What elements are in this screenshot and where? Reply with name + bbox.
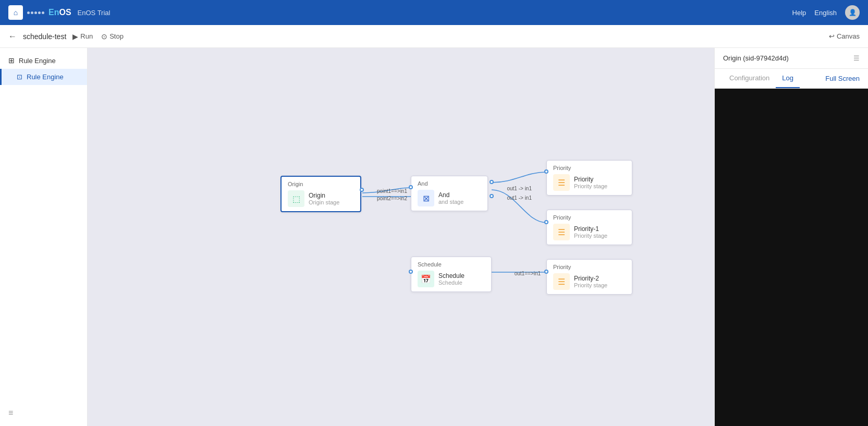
node-priority-1[interactable]: Priority ☰ Priority Priority stage bbox=[546, 160, 632, 196]
sidebar-item-label: Rule Engine bbox=[27, 73, 64, 81]
node-priority-3[interactable]: Priority ☰ Priority-2 Priority stage bbox=[546, 259, 632, 295]
node-priority1-title: Priority bbox=[553, 165, 626, 171]
node-priority3-info: Priority-2 Priority stage bbox=[574, 275, 607, 288]
node-priority2-icon: ☰ bbox=[553, 224, 570, 240]
stop-label: Stop bbox=[109, 32, 124, 40]
port-origin-out1: point1==>in1 bbox=[377, 188, 407, 194]
top-navigation: ⌂ EnOS EnOS Trial Help English 👤 bbox=[0, 0, 868, 25]
sidebar: ⊞ Rule Engine ⊡ Rule Engine ≡ bbox=[0, 48, 88, 426]
node-priority1-content: ☰ Priority Priority stage bbox=[553, 174, 626, 191]
node-schedule-content: 📅 Schedule Schedule bbox=[418, 271, 485, 287]
canvas-icon: ↩ bbox=[829, 32, 835, 40]
canvas-button[interactable]: ↩ Canvas bbox=[829, 32, 860, 40]
right-panel-title: Origin (sid-97942d4d) bbox=[723, 54, 789, 62]
logo-text: EnOS bbox=[48, 8, 71, 17]
avatar[interactable]: 👤 bbox=[845, 5, 860, 20]
header-left: ← schedule-test ▶ Run ⊙ Stop bbox=[8, 32, 124, 41]
node-and[interactable]: And ⊠ And and stage out1 -> in1 out1 -> … bbox=[411, 176, 488, 211]
node-priority3-stage: Priority stage bbox=[574, 282, 607, 288]
node-and-name: And bbox=[438, 191, 463, 199]
node-and-content: ⊠ And and stage bbox=[418, 190, 481, 206]
conn-dot-origin-out bbox=[360, 188, 364, 192]
tab-configuration[interactable]: Configuration bbox=[723, 69, 776, 88]
conn-dot-and-out2 bbox=[490, 194, 494, 198]
node-priority3-content: ☰ Priority-2 Priority stage bbox=[553, 273, 626, 290]
right-panel-header: Origin (sid-97942d4d) ☰ bbox=[715, 48, 868, 69]
run-label: Run bbox=[80, 32, 93, 40]
port-schedule-out1: out1==>in1 bbox=[515, 271, 541, 276]
run-icon: ▶ bbox=[72, 32, 78, 41]
node-priority2-content: ☰ Priority-1 Priority stage bbox=[553, 224, 626, 240]
node-priority2-stage: Priority stage bbox=[574, 233, 607, 239]
sidebar-group: ⊞ Rule Engine bbox=[0, 52, 87, 69]
node-priority1-icon: ☰ bbox=[553, 174, 570, 191]
help-button[interactable]: Help bbox=[792, 9, 806, 17]
node-priority1-name: Priority bbox=[574, 176, 607, 183]
node-priority1-info: Priority Priority stage bbox=[574, 176, 607, 189]
node-origin[interactable]: Origin ⬚ Origin Origin stage point1==>in… bbox=[280, 176, 361, 212]
sidebar-item-rule-engine[interactable]: ⊡ Rule Engine bbox=[0, 69, 87, 85]
header-actions: ▶ Run ⊙ Stop bbox=[72, 32, 124, 41]
right-panel-menu-icon[interactable]: ☰ bbox=[853, 54, 860, 62]
home-icon[interactable]: ⌂ bbox=[8, 5, 23, 20]
main-layout: ⊞ Rule Engine ⊡ Rule Engine ≡ Origin bbox=[0, 48, 868, 426]
node-origin-stage: Origin stage bbox=[309, 199, 339, 205]
node-and-info: And and stage bbox=[438, 191, 463, 205]
node-schedule-info: Schedule Schedule bbox=[438, 272, 464, 286]
tab-log[interactable]: Log bbox=[776, 69, 800, 88]
conn-dot-and-in bbox=[409, 185, 413, 189]
node-origin-icon: ⬚ bbox=[288, 190, 304, 207]
conn-dot-and-out1 bbox=[490, 180, 494, 184]
node-origin-content: ⬚ Origin Origin stage bbox=[288, 190, 354, 207]
conn-dot-priority3-in bbox=[544, 270, 548, 274]
node-priority3-icon: ☰ bbox=[553, 273, 570, 290]
node-priority2-name: Priority-1 bbox=[574, 225, 607, 233]
fullscreen-button[interactable]: Full Screen bbox=[825, 75, 860, 82]
logo[interactable]: ⌂ EnOS bbox=[8, 5, 71, 20]
node-schedule-title: Schedule bbox=[418, 261, 485, 267]
node-and-stage: and stage bbox=[438, 199, 463, 205]
conn-dot-priority2-in bbox=[544, 220, 548, 224]
canvas-label: Canvas bbox=[837, 32, 860, 40]
rule-header: ← schedule-test ▶ Run ⊙ Stop ↩ Canvas bbox=[0, 25, 868, 48]
run-button[interactable]: ▶ Run bbox=[72, 32, 93, 41]
node-priority1-stage: Priority stage bbox=[574, 183, 607, 189]
node-and-title: And bbox=[418, 180, 481, 187]
node-schedule-icon: 📅 bbox=[418, 271, 434, 287]
sidebar-item-icon: ⊡ bbox=[17, 73, 22, 81]
back-button[interactable]: ← bbox=[8, 32, 17, 41]
node-priority2-info: Priority-1 Priority stage bbox=[574, 225, 607, 239]
sidebar-group-title-text: Rule Engine bbox=[19, 57, 56, 65]
right-panel: Origin (sid-97942d4d) ☰ Configuration Lo… bbox=[714, 48, 868, 426]
logo-dots bbox=[27, 11, 44, 14]
node-schedule-stage: Schedule bbox=[438, 279, 464, 286]
right-panel-tabs: Configuration Log Full Screen bbox=[715, 69, 868, 89]
conn-dot-priority1-in bbox=[544, 169, 548, 174]
port-and-out2: out1 -> in1 bbox=[507, 195, 532, 201]
stop-icon: ⊙ bbox=[101, 32, 107, 41]
tab-group: Configuration Log bbox=[723, 69, 800, 88]
node-origin-name: Origin bbox=[309, 192, 339, 199]
port-and-out1: out1 -> in1 bbox=[507, 186, 532, 191]
node-priority2-title: Priority bbox=[553, 214, 626, 221]
nav-left: ⌂ EnOS EnOS Trial bbox=[8, 5, 110, 20]
node-priority-2[interactable]: Priority ☰ Priority-1 Priority stage bbox=[546, 210, 632, 245]
rule-title: schedule-test bbox=[23, 32, 66, 41]
node-priority3-title: Priority bbox=[553, 264, 626, 270]
canvas-area[interactable]: Origin ⬚ Origin Origin stage point1==>in… bbox=[88, 48, 714, 426]
nav-right: Help English 👤 bbox=[792, 5, 860, 20]
node-schedule[interactable]: Schedule 📅 Schedule Schedule out1==>in1 bbox=[411, 257, 492, 292]
node-priority3-name: Priority-2 bbox=[574, 275, 607, 282]
node-schedule-name: Schedule bbox=[438, 272, 464, 279]
sidebar-bottom-icon[interactable]: ≡ bbox=[8, 408, 13, 418]
app-title: EnOS Trial bbox=[78, 9, 111, 17]
stop-button[interactable]: ⊙ Stop bbox=[101, 32, 124, 41]
node-and-icon: ⊠ bbox=[418, 190, 434, 206]
node-origin-title: Origin bbox=[288, 181, 354, 187]
sidebar-icon: ⊞ bbox=[8, 56, 15, 65]
port-origin-out2: point2==>in2 bbox=[377, 196, 407, 201]
log-area bbox=[715, 89, 868, 426]
node-origin-info: Origin Origin stage bbox=[309, 192, 339, 205]
conn-dot-schedule-out bbox=[409, 270, 413, 274]
language-button[interactable]: English bbox=[814, 9, 837, 17]
